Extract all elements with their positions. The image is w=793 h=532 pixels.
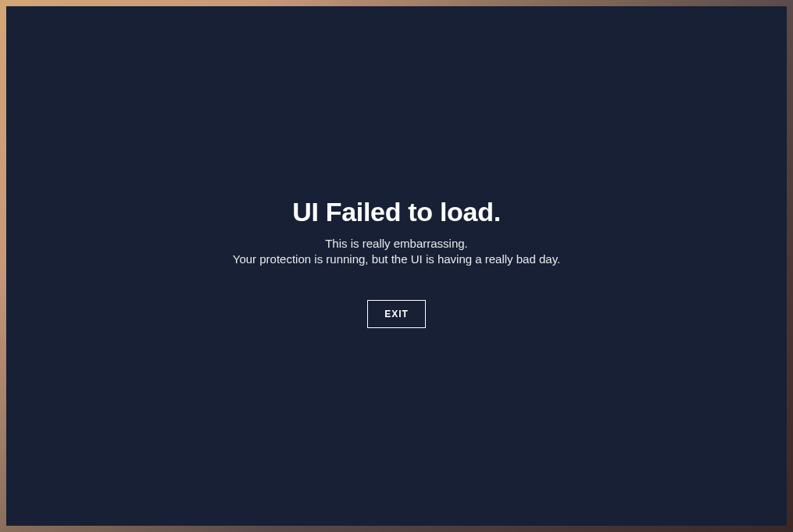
- error-message-line-2: Your protection is running, but the UI i…: [233, 252, 560, 266]
- error-message-line-1: This is really embarrassing.: [325, 237, 468, 250]
- error-panel: UI Failed to load. This is really embarr…: [6, 6, 787, 526]
- error-container: UI Failed to load. This is really embarr…: [233, 197, 560, 328]
- error-heading: UI Failed to load.: [292, 197, 501, 227]
- exit-button[interactable]: EXIT: [367, 300, 426, 328]
